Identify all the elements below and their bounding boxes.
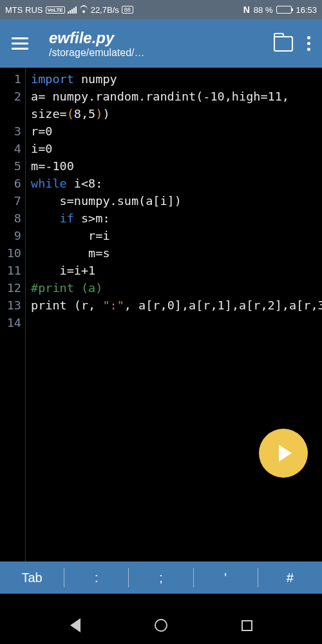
nfc-icon: N xyxy=(243,5,250,15)
file-title: ewfile.py xyxy=(49,29,274,47)
line-number: 4 xyxy=(0,140,21,157)
line-number: 3 xyxy=(0,122,21,140)
nav-back-button[interactable] xyxy=(56,612,95,638)
line-number: 12 xyxy=(0,279,21,297)
speed-badge: 88 xyxy=(122,6,133,14)
code-line[interactable]: if s>m: xyxy=(31,210,322,227)
battery-percent: 88 % xyxy=(254,5,273,15)
shortcut-key[interactable]: : xyxy=(64,564,128,592)
title-block[interactable]: ewfile.py /storage/emulated/… xyxy=(49,29,274,59)
line-number: 5 xyxy=(0,157,21,175)
wifi-icon xyxy=(79,5,88,14)
line-number: 10 xyxy=(0,244,21,262)
android-navbar xyxy=(0,607,322,644)
line-number: 2 xyxy=(0,88,21,105)
clock: 16:53 xyxy=(296,5,317,15)
carrier-label: MTS RUS xyxy=(5,5,43,15)
overflow-menu-button[interactable] xyxy=(305,34,313,54)
shortcut-key[interactable]: Tab xyxy=(0,564,64,592)
play-icon xyxy=(279,445,292,462)
line-number: 13 xyxy=(0,297,21,314)
folder-icon[interactable] xyxy=(274,36,293,52)
line-number: 7 xyxy=(0,192,21,210)
shortcut-key-row: Tab:;'# xyxy=(0,561,322,594)
shortcut-key[interactable]: ' xyxy=(194,564,258,592)
code-line[interactable]: print (r, ":", a[r,0],a[r,1],a[r,2],a[r,… xyxy=(31,297,322,314)
nav-recent-button[interactable] xyxy=(227,612,266,638)
signal-icon xyxy=(68,6,77,14)
code-line[interactable]: while i<8: xyxy=(31,175,322,192)
code-line[interactable]: #print (a) xyxy=(31,279,322,297)
code-line[interactable]: i=i+1 xyxy=(31,262,322,279)
code-area[interactable]: import numpya= numpy.random.randint(-10,… xyxy=(26,68,322,561)
code-line[interactable]: a= numpy.random.randint(-10,high=11, xyxy=(31,88,322,105)
android-statusbar: MTS RUS VoLTE 22,7B/s 88 N 88 % 16:53 xyxy=(0,0,322,19)
home-icon xyxy=(155,619,167,632)
spacer xyxy=(0,594,322,607)
shortcut-key[interactable]: ; xyxy=(129,564,193,592)
code-line[interactable]: r=0 xyxy=(31,122,322,140)
code-line[interactable]: i=0 xyxy=(31,140,322,157)
line-gutter: 12.34567891011121314 xyxy=(0,68,26,561)
nav-home-button[interactable] xyxy=(142,612,180,638)
back-icon xyxy=(70,618,80,632)
code-line[interactable]: s=numpy.sum(a[i]) xyxy=(31,192,322,210)
line-number: 8 xyxy=(0,210,21,227)
code-line[interactable]: m=-100 xyxy=(31,157,322,175)
battery-icon xyxy=(276,6,292,14)
recent-icon xyxy=(242,620,252,631)
menu-button[interactable] xyxy=(9,35,31,52)
code-editor[interactable]: 12.34567891011121314 import numpya= nump… xyxy=(0,68,322,561)
line-number: 1 xyxy=(0,70,21,88)
code-line[interactable]: size=(8,5)) xyxy=(31,105,322,122)
line-number: 11 xyxy=(0,262,21,279)
volte-badge: VoLTE xyxy=(46,6,65,14)
run-button[interactable] xyxy=(259,429,308,478)
code-line[interactable] xyxy=(31,314,322,331)
file-path: /storage/emulated/… xyxy=(49,47,274,59)
shortcut-key[interactable]: # xyxy=(258,564,322,592)
code-line[interactable]: m=s xyxy=(31,244,322,262)
line-number: 9 xyxy=(0,227,21,244)
code-line[interactable]: r=i xyxy=(31,227,322,244)
code-line[interactable]: import numpy xyxy=(31,70,322,88)
line-number: 14 xyxy=(0,314,21,331)
network-speed: 22,7B/s xyxy=(91,5,119,15)
app-toolbar: ewfile.py /storage/emulated/… xyxy=(0,19,322,68)
line-number: 6 xyxy=(0,175,21,192)
